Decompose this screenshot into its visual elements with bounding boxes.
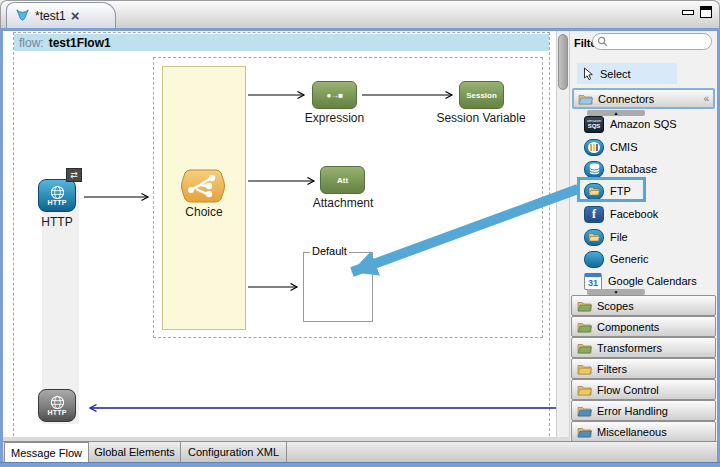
- palette-item-label: Amazon SQS: [610, 118, 677, 130]
- category-label: Flow Control: [597, 384, 659, 396]
- tab-global-elements[interactable]: Global Elements: [89, 442, 181, 462]
- category-label: Components: [597, 321, 659, 333]
- cursor-icon: [583, 67, 594, 81]
- folder-icon: [577, 426, 592, 438]
- choice-label: Choice: [162, 205, 246, 219]
- palette-category-components[interactable]: Components: [571, 316, 716, 337]
- http-source-icon-text: HTTP: [47, 199, 66, 206]
- canvas-scrollbar-track[interactable]: [556, 31, 570, 437]
- palette-item-label: File: [610, 231, 628, 243]
- category-label: Transformers: [597, 342, 662, 354]
- palette-item-label: CMIS: [610, 141, 638, 153]
- facebook-icon-text: f: [592, 207, 596, 222]
- cmis-icon: [584, 139, 604, 156]
- palette-item-cmis[interactable]: CMIS: [584, 136, 714, 158]
- facebook-icon: f: [584, 206, 604, 223]
- palette-item-label: Google Calendars: [608, 275, 697, 287]
- minimize-icon[interactable]: [682, 10, 694, 15]
- palette-category-filters[interactable]: Filters: [571, 358, 716, 379]
- database-icon: [584, 161, 604, 178]
- http-source-label: HTTP: [30, 215, 84, 229]
- folder-icon: [577, 363, 592, 375]
- file-icon: [584, 229, 604, 246]
- attachment-node[interactable]: Att: [320, 166, 365, 194]
- tab-label: Message Flow: [11, 447, 82, 459]
- expression-node[interactable]: ●→■: [312, 81, 357, 109]
- category-label: Miscellaneous: [597, 426, 667, 438]
- select-tool-label: Select: [600, 68, 631, 80]
- flow-header-name: test1Flow1: [49, 36, 111, 50]
- palette-item-amazon-sqs[interactable]: amazon SQS Amazon SQS: [584, 113, 714, 135]
- attachment-label: Attachment: [300, 196, 386, 210]
- default-branch-box[interactable]: [303, 252, 373, 322]
- search-icon: [597, 36, 608, 47]
- http-source-node[interactable]: HTTP: [38, 179, 76, 212]
- flow-header[interactable]: flow: test1Flow1: [14, 34, 549, 51]
- http-response-icon-text: HTTP: [47, 409, 66, 416]
- expression-label: Expression: [292, 111, 377, 125]
- category-label: Error Handling: [597, 405, 668, 417]
- ftp-highlight-box: [577, 177, 646, 202]
- globe-icon: [50, 395, 65, 410]
- tab-label: Configuration XML: [188, 446, 279, 458]
- palette-category-error-handling[interactable]: Error Handling: [571, 400, 716, 421]
- palette-item-generic[interactable]: Generic: [584, 248, 714, 270]
- folder-icon: [577, 300, 592, 312]
- category-label: Scopes: [597, 300, 634, 312]
- calendar-icon-text: 31: [588, 278, 598, 288]
- category-label: Filters: [597, 363, 627, 375]
- palette-filter-input[interactable]: [592, 33, 712, 50]
- amazon-sqs-icon: amazon SQS: [584, 116, 604, 133]
- tab-message-flow[interactable]: Message Flow: [4, 442, 89, 462]
- palette-item-file[interactable]: File: [584, 226, 714, 248]
- palette-category-flow-control[interactable]: Flow Control: [571, 379, 716, 400]
- mule-studio-editor: *test1 flow: test1Flow1 HTTP HTTP: [0, 0, 720, 467]
- tab-label: Global Elements: [94, 446, 175, 458]
- canvas-scrollbar-thumb[interactable]: [558, 34, 568, 90]
- sqs-icon-text: SQS: [588, 123, 601, 129]
- folder-icon: [577, 342, 592, 354]
- collapse-chevrons-icon[interactable]: [703, 94, 709, 104]
- session-variable-icon-text: Session: [466, 91, 497, 100]
- default-branch-label: Default: [310, 245, 349, 257]
- folder-icon: [577, 405, 592, 417]
- palette-item-label: Generic: [610, 253, 649, 265]
- choice-icon[interactable]: [180, 167, 226, 205]
- frame-border-bottom: [0, 462, 720, 467]
- palette-item-label: Database: [610, 163, 657, 175]
- palette-category-scopes[interactable]: Scopes: [571, 295, 716, 316]
- tab-title: *test1: [35, 9, 66, 23]
- open-folder-icon: [578, 93, 593, 105]
- generic-icon: [584, 251, 604, 268]
- session-variable-label: Session Variable: [426, 111, 536, 125]
- google-calendars-icon: 31: [584, 273, 602, 290]
- flow-header-prefix: flow:: [19, 36, 44, 50]
- attachment-icon-text: Att: [337, 176, 348, 185]
- palette-item-label: Facebook: [610, 208, 658, 220]
- maximize-icon[interactable]: [700, 6, 712, 18]
- palette-category-miscellaneous[interactable]: Miscellaneous: [571, 421, 716, 442]
- folder-icon: [577, 384, 592, 396]
- expression-glyph-icon: ●→■: [326, 91, 342, 100]
- editor-tab-test1[interactable]: *test1: [6, 2, 116, 28]
- globe-icon: [50, 185, 65, 200]
- http-response-node[interactable]: HTTP: [38, 389, 76, 422]
- connectors-header-label: Connectors: [598, 93, 654, 105]
- session-variable-node[interactable]: Session: [459, 81, 504, 109]
- tab-configuration-xml[interactable]: Configuration XML: [181, 442, 287, 462]
- mule-logo-icon: [15, 8, 30, 23]
- palette-item-facebook[interactable]: f Facebook: [584, 203, 714, 225]
- palette-select-tool[interactable]: Select: [577, 63, 677, 84]
- palette-category-connectors[interactable]: Connectors: [572, 88, 715, 109]
- exchange-pattern-icon[interactable]: [66, 168, 82, 182]
- tab-close-icon[interactable]: [71, 8, 80, 23]
- folder-icon: [577, 321, 592, 333]
- palette-category-transformers[interactable]: Transformers: [571, 337, 716, 358]
